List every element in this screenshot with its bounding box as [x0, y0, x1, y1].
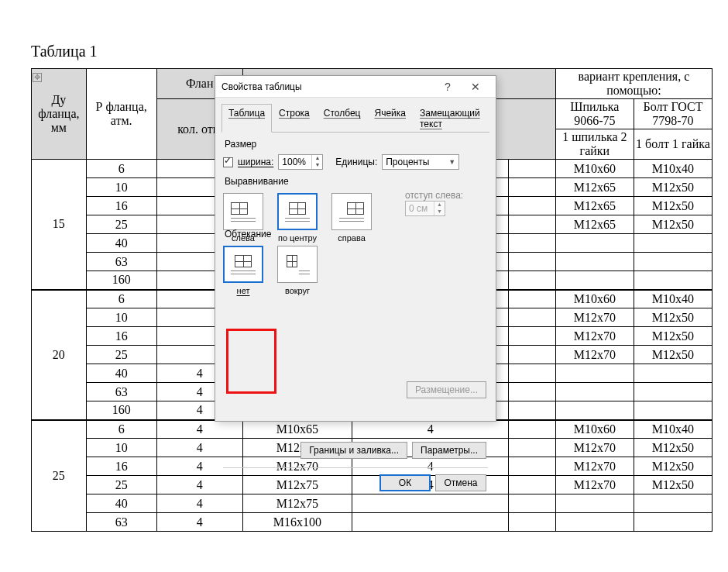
cell-p: 160: [86, 401, 156, 420]
cell-p: 160: [86, 271, 156, 290]
size-group-label: Размер: [225, 139, 486, 150]
col-shpilka: Шпилька 9066-75: [555, 99, 634, 129]
cell-bolt: М12x50: [634, 308, 712, 327]
cell-bolt: [634, 401, 712, 420]
table-caption: Таблица 1: [31, 43, 728, 60]
col-b1: 1 болт 1 гайка: [634, 129, 712, 160]
cell-shpilka: М12x70: [555, 476, 634, 494]
cell-size: М12x75: [242, 476, 352, 494]
cell-p: 10: [86, 439, 156, 457]
cell-blank: [509, 476, 556, 494]
width-spinner[interactable]: ▲▼: [278, 154, 323, 170]
cell-bolt: М12x50: [634, 197, 712, 215]
align-left-icon: [231, 201, 256, 222]
cell-du: 25: [32, 420, 87, 532]
col-du: Ду фланца, мм: [32, 69, 87, 160]
cell-blank: [509, 197, 556, 215]
cell-p: 40: [86, 364, 156, 383]
table-anchor-icon[interactable]: ✥: [33, 73, 42, 82]
table-row: 634М16x100: [32, 513, 713, 532]
cell-p: 10: [86, 178, 156, 197]
spinner-arrows-icon: ▲▼: [434, 202, 445, 215]
cell-shpilka: М12x70: [555, 457, 634, 476]
align-right-icon: [339, 201, 364, 222]
cell-blank: [509, 178, 556, 197]
cell-shpilka: М12x65: [555, 215, 634, 234]
cell-shpilka: М12x70: [555, 346, 634, 364]
spinner-arrows-icon[interactable]: ▲▼: [311, 155, 322, 169]
ok-button[interactable]: ОК: [379, 474, 431, 491]
borders-button[interactable]: Границы и заливка...: [300, 442, 407, 459]
cancel-button[interactable]: Отмена: [435, 474, 486, 491]
tab-row[interactable]: Строка: [272, 104, 317, 132]
cell-bolt: М12x50: [634, 457, 712, 476]
cell-bolt: М10x40: [634, 160, 712, 178]
cell-kol: 4: [156, 420, 242, 439]
col-bolt: Болт ГОСТ 7798-70: [634, 99, 712, 129]
cell-du: 20: [32, 290, 87, 420]
wrap-around-option[interactable]: вокруг: [277, 246, 318, 295]
cell-shpilka: М10x60: [555, 290, 634, 308]
wrap-none-option[interactable]: нет: [223, 246, 263, 295]
cell-blank: [509, 253, 556, 271]
cell-blank: [509, 160, 556, 178]
cell-kol: 4: [156, 476, 242, 494]
dialog-title: Свойства таблицы: [221, 81, 434, 92]
cell-bolt: [634, 253, 712, 271]
cell-o: [352, 494, 509, 513]
cell-shpilka: М10x60: [555, 420, 634, 439]
cell-kol: 4: [156, 439, 242, 457]
col-variant: вариант крепления, с помощью:: [555, 69, 712, 99]
cell-blank: [509, 346, 556, 364]
cell-p: 40: [86, 494, 156, 513]
cell-p: 25: [86, 215, 156, 234]
indent-label: отступ слева:: [405, 190, 463, 201]
cell-p: 6: [86, 290, 156, 308]
width-label: ширина:: [238, 157, 273, 167]
help-button[interactable]: ?: [434, 81, 462, 93]
cell-shpilka: М12x70: [555, 327, 634, 346]
tab-alt-text[interactable]: Замещающий текст: [413, 104, 489, 132]
cell-p: 63: [86, 253, 156, 271]
width-input[interactable]: [279, 157, 311, 167]
cell-o: [352, 513, 509, 532]
cell-p: 63: [86, 513, 156, 532]
cell-bolt: [634, 513, 712, 532]
units-label: Единицы:: [335, 157, 377, 167]
col-sh2: 1 шпилька 2 гайки: [555, 129, 634, 160]
units-select[interactable]: Проценты▼: [382, 154, 459, 170]
cell-du: 15: [32, 160, 87, 290]
cell-size: М12x70: [242, 457, 352, 476]
wrap-around-icon: [285, 253, 310, 275]
cell-p: 6: [86, 420, 156, 439]
close-button[interactable]: ✕: [462, 81, 489, 93]
align-right-option[interactable]: справа: [331, 193, 372, 243]
cell-shpilka: М12x65: [555, 197, 634, 215]
cell-blank: [509, 327, 556, 346]
parameters-button[interactable]: Параметры...: [412, 442, 486, 459]
dialog-tabs: Таблица Строка Столбец Ячейка Замещающий…: [221, 104, 489, 133]
cell-o: 4: [352, 420, 509, 439]
tab-cell[interactable]: Ячейка: [368, 104, 413, 132]
cell-kol: 4: [156, 513, 242, 532]
cell-shpilka: М12x70: [555, 308, 634, 327]
align-center-option[interactable]: по центру: [277, 193, 318, 243]
cell-bolt: [634, 494, 712, 513]
cell-p: 16: [86, 327, 156, 346]
table-row: 404М12x75: [32, 494, 713, 513]
cell-bolt: М12x50: [634, 476, 712, 494]
cell-blank: [509, 494, 556, 513]
tab-column[interactable]: Столбец: [317, 104, 368, 132]
cell-bolt: М10x40: [634, 420, 712, 439]
indent-spinner: ▲▼: [405, 201, 445, 216]
tab-table[interactable]: Таблица: [221, 104, 272, 133]
cell-blank: [509, 308, 556, 327]
width-checkbox[interactable]: [223, 157, 233, 167]
cell-size: М10x65: [242, 420, 352, 439]
cell-blank: [509, 513, 556, 532]
cell-p: 40: [86, 234, 156, 253]
cell-shpilka: М12x70: [555, 439, 634, 457]
cell-blank: [509, 364, 556, 383]
cell-size: М12x75: [242, 494, 352, 513]
col-p: Р фланца, атм.: [86, 69, 156, 160]
